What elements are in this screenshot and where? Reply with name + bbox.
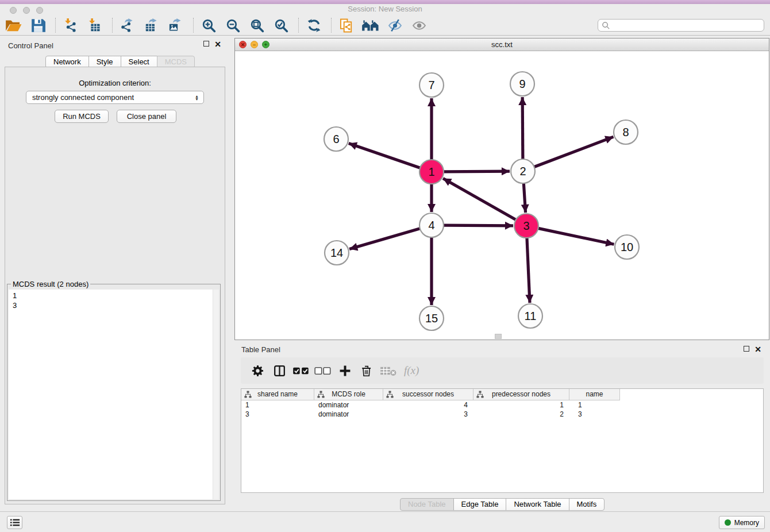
- network-title: scc.txt: [491, 40, 513, 49]
- control-panel-title: Control Panel: [8, 41, 53, 50]
- search-box[interactable]: [598, 19, 764, 32]
- table-toolbar: f(x): [241, 357, 764, 384]
- column-header-shared-name[interactable]: shared name: [241, 389, 314, 400]
- graph-node-14[interactable]: 14: [325, 241, 349, 265]
- column-header-mcds-role[interactable]: MCDS role: [314, 389, 383, 400]
- table-header-row: shared nameMCDS rolesuccessor nodesprede…: [241, 389, 763, 400]
- table-cell: 3: [569, 410, 620, 419]
- hierarchy-icon: [317, 391, 325, 402]
- table-row[interactable]: 3dominator323: [241, 410, 763, 419]
- graph-edge-3-11[interactable]: [527, 238, 530, 303]
- first-neighbors-button[interactable]: [361, 17, 380, 34]
- close-panel-button[interactable]: Close panel: [117, 110, 176, 123]
- export-network-button[interactable]: [118, 17, 137, 34]
- network-window-titlebar[interactable]: ✕ − + scc.txt: [235, 38, 769, 51]
- graph-edge-1-6[interactable]: [349, 143, 420, 168]
- table-cell: 4: [383, 400, 473, 410]
- select-stepper-icon: ▲▼: [195, 95, 199, 101]
- column-header-name[interactable]: name: [569, 389, 620, 400]
- tab-network-table[interactable]: Network Table: [506, 498, 569, 511]
- search-input[interactable]: [610, 21, 764, 30]
- graph-edge-1-2[interactable]: [444, 171, 510, 172]
- task-history-button[interactable]: [7, 516, 22, 529]
- tab-edge-table[interactable]: Edge Table: [453, 498, 507, 511]
- graph-edge-4-14[interactable]: [349, 229, 420, 249]
- delete-row-button[interactable]: [358, 362, 375, 379]
- graph-node-8[interactable]: 8: [614, 120, 638, 144]
- titlebar-accent: [0, 0, 770, 4]
- svg-text:15: 15: [425, 312, 438, 325]
- graph-edge-4-3[interactable]: [444, 225, 513, 226]
- deselect-all-rows-button[interactable]: [314, 362, 332, 379]
- table-panel-float-icon[interactable]: [744, 346, 749, 352]
- net-minimize-icon[interactable]: −: [251, 41, 258, 48]
- new-network-from-selection-button[interactable]: [337, 17, 356, 34]
- graph-node-6[interactable]: 6: [324, 127, 348, 151]
- select-all-rows-button[interactable]: [292, 362, 310, 379]
- mcds-result-title: MCDS result (2 nodes): [11, 280, 90, 288]
- net-maximize-icon[interactable]: +: [262, 41, 270, 48]
- zoom-in-button[interactable]: [199, 17, 218, 34]
- export-image-button[interactable]: [167, 17, 185, 34]
- graph-edge-3-10[interactable]: [538, 228, 614, 244]
- import-network-button[interactable]: [61, 17, 80, 34]
- zoom-out-button[interactable]: [224, 17, 242, 34]
- net-close-icon[interactable]: ✕: [239, 41, 247, 48]
- table-panel-tabs: Node TableEdge TableNetwork TableMotifs: [400, 498, 605, 511]
- control-panel-float-icon[interactable]: [203, 41, 209, 47]
- table-options-button[interactable]: [249, 362, 266, 379]
- toolbar-separator: [193, 18, 194, 33]
- column-header-predecessor-nodes[interactable]: predecessor nodes: [473, 389, 569, 400]
- column-visibility-button[interactable]: [271, 362, 288, 379]
- result-scrollbar[interactable]: [213, 290, 219, 499]
- table-panel-close-icon[interactable]: ✕: [754, 346, 761, 353]
- control-panel: Control Panel ✕ NetworkStyleSelectMCDS O…: [0, 36, 230, 511]
- table-cell: 1: [569, 400, 620, 410]
- svg-text:10: 10: [621, 241, 633, 253]
- graph-node-1[interactable]: 1: [419, 160, 444, 184]
- table-cell: dominator: [314, 410, 383, 419]
- table-row[interactable]: 1dominator411: [241, 400, 763, 410]
- graph-node-7[interactable]: 7: [419, 73, 444, 97]
- graph-edge-2-9[interactable]: [522, 97, 523, 159]
- tab-node-table[interactable]: Node Table: [400, 498, 454, 511]
- hide-selected-button[interactable]: [386, 17, 404, 34]
- svg-text:11: 11: [525, 310, 537, 322]
- run-mcds-button[interactable]: Run MCDS: [55, 110, 109, 123]
- zoom-selected-button[interactable]: [272, 17, 290, 34]
- import-table-button[interactable]: [86, 17, 104, 34]
- hierarchy-icon: [244, 391, 252, 402]
- column-header-successor-nodes[interactable]: successor nodes: [383, 389, 473, 400]
- graph-node-4[interactable]: 4: [419, 213, 444, 237]
- refresh-button[interactable]: [305, 17, 323, 34]
- node-table: shared nameMCDS rolesuccessor nodesprede…: [241, 388, 764, 493]
- table-panel: Table Panel ✕ f(x) shared nameMCDS roles…: [234, 342, 770, 511]
- save-session-button[interactable]: [29, 17, 47, 34]
- open-session-button[interactable]: [5, 17, 23, 34]
- memory-button[interactable]: Memory: [719, 516, 765, 529]
- optimization-criterion-select[interactable]: strongly connected component ▲▼: [26, 91, 204, 104]
- toolbar-separator: [55, 18, 56, 33]
- graph-edge-2-3[interactable]: [523, 183, 525, 213]
- tab-motifs[interactable]: Motifs: [569, 498, 605, 511]
- add-row-button[interactable]: [336, 362, 353, 379]
- graph-node-9[interactable]: 9: [510, 72, 534, 96]
- graph-node-11[interactable]: 11: [518, 304, 542, 328]
- network-view-window: ✕ − + scc.txt 7968124314101511: [234, 38, 769, 340]
- zoom-fit-button[interactable]: [248, 17, 266, 34]
- canvas-resize-grip[interactable]: [495, 334, 502, 339]
- graph-edge-3-1[interactable]: [443, 178, 516, 219]
- export-table-button[interactable]: [143, 17, 161, 34]
- show-all-button[interactable]: [410, 17, 428, 34]
- graph-node-3[interactable]: 3: [514, 214, 538, 238]
- network-canvas[interactable]: 7968124314101511: [235, 51, 769, 340]
- graph-node-15[interactable]: 15: [419, 306, 444, 330]
- control-panel-close-icon[interactable]: ✕: [214, 41, 221, 48]
- graph-edge-2-8[interactable]: [534, 137, 614, 167]
- hierarchy-icon: [386, 391, 394, 402]
- graph-node-10[interactable]: 10: [615, 235, 639, 259]
- mcds-result-text[interactable]: 13: [9, 290, 213, 499]
- status-bar: Memory: [0, 511, 770, 532]
- search-icon: [602, 21, 610, 30]
- graph-node-2[interactable]: 2: [511, 159, 535, 183]
